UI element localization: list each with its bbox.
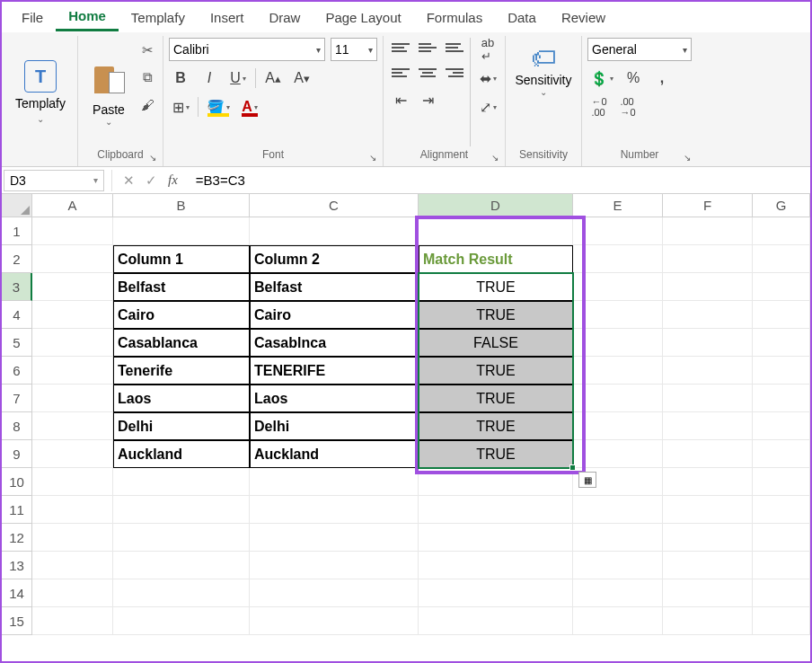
row-header-10[interactable]: 10 (2, 468, 32, 496)
cell-A15[interactable] (32, 607, 113, 635)
cell-C4[interactable]: Cairo (250, 301, 419, 329)
row-header-7[interactable]: 7 (2, 385, 32, 412)
underline-button[interactable]: U▾ (226, 66, 250, 90)
cell-C5[interactable]: Casablnca (250, 329, 419, 357)
cell-D12[interactable] (419, 524, 573, 552)
cell-G3[interactable] (753, 273, 810, 301)
cell-D6[interactable]: TRUE (419, 357, 573, 385)
cell-G12[interactable] (753, 524, 810, 552)
cell-F2[interactable] (663, 245, 753, 273)
cell-C15[interactable] (250, 607, 419, 635)
cell-E3[interactable] (573, 273, 663, 301)
cell-C6[interactable]: TENERIFE (250, 357, 419, 385)
cell-C10[interactable] (250, 468, 419, 496)
cell-D10[interactable] (419, 468, 573, 496)
cell-B1[interactable] (113, 217, 250, 245)
align-center-button[interactable] (416, 63, 439, 83)
cell-G10[interactable] (753, 468, 810, 496)
cell-E9[interactable] (573, 440, 663, 468)
tab-insert[interactable]: Insert (198, 4, 257, 31)
row-header-6[interactable]: 6 (2, 357, 32, 385)
format-painter-button[interactable]: 🖌 (137, 95, 157, 113)
cell-A10[interactable] (32, 468, 113, 496)
cell-F12[interactable] (663, 524, 753, 552)
cell-F6[interactable] (663, 357, 753, 385)
cell-D1[interactable] (419, 217, 573, 245)
cell-F4[interactable] (663, 301, 753, 329)
cell-F5[interactable] (663, 329, 753, 357)
cell-B7[interactable]: Laos (113, 385, 250, 412)
cell-G1[interactable] (753, 217, 810, 245)
alignment-launcher[interactable]: ↘ (489, 151, 501, 164)
cell-A5[interactable] (32, 329, 113, 357)
cell-C1[interactable] (250, 217, 419, 245)
cell-G11[interactable] (753, 496, 810, 524)
cell-E8[interactable] (573, 412, 663, 440)
cell-E15[interactable] (573, 607, 663, 635)
tab-page-layout[interactable]: Page Layout (313, 4, 413, 31)
tab-review[interactable]: Review (549, 4, 618, 31)
cell-D2[interactable]: Match Result (419, 245, 573, 273)
insert-function-icon[interactable]: fx (168, 172, 178, 188)
tab-data[interactable]: Data (495, 4, 549, 31)
cell-A6[interactable] (32, 357, 113, 385)
merge-button[interactable]: ⬌▾ (476, 66, 499, 90)
align-middle-button[interactable] (416, 38, 439, 57)
cell-B12[interactable] (113, 524, 250, 552)
cell-C11[interactable] (250, 496, 419, 524)
cell-E12[interactable] (573, 524, 663, 552)
font-size-combo[interactable]: 11▾ (331, 38, 377, 61)
cell-D7[interactable]: TRUE (419, 385, 573, 412)
row-header-9[interactable]: 9 (2, 440, 32, 468)
align-top-button[interactable] (389, 38, 412, 57)
cell-E1[interactable] (573, 217, 663, 245)
tab-home[interactable]: Home (56, 3, 119, 31)
percent-button[interactable]: % (622, 66, 645, 90)
cell-B6[interactable]: Tenerife (113, 357, 250, 385)
increase-decimal-button[interactable]: ←0.00 (587, 95, 611, 119)
cancel-formula-icon[interactable]: ✕ (123, 172, 135, 189)
number-launcher[interactable]: ↘ (681, 151, 693, 164)
name-box[interactable]: D3▾ (4, 170, 104, 191)
orientation-button[interactable]: ⤢▾ (476, 95, 499, 119)
formula-input[interactable] (189, 170, 810, 191)
cell-B9[interactable]: Auckland (113, 440, 250, 468)
row-header-15[interactable]: 15 (2, 607, 32, 635)
spreadsheet-grid[interactable]: ABCDEFG 12Column 1Column 2Match Result3B… (2, 194, 810, 635)
cell-E7[interactable] (573, 385, 663, 412)
tab-file[interactable]: File (9, 4, 56, 31)
row-header-3[interactable]: 3 (2, 273, 32, 301)
cell-B13[interactable] (113, 552, 250, 579)
cell-D9[interactable]: TRUE (419, 440, 573, 468)
decrease-font-button[interactable]: A▾ (290, 66, 313, 90)
cell-D13[interactable] (419, 552, 573, 579)
row-header-11[interactable]: 11 (2, 496, 32, 524)
cell-D4[interactable]: TRUE (419, 301, 573, 329)
cell-F11[interactable] (663, 496, 753, 524)
col-header-G[interactable]: G (753, 194, 810, 217)
cell-B11[interactable] (113, 496, 250, 524)
cell-F14[interactable] (663, 579, 753, 607)
col-header-D[interactable]: D (419, 194, 573, 217)
cell-E13[interactable] (573, 552, 663, 579)
cell-A4[interactable] (32, 301, 113, 329)
row-header-2[interactable]: 2 (2, 245, 32, 273)
cell-F15[interactable] (663, 607, 753, 635)
accounting-button[interactable]: 💲▾ (587, 66, 616, 90)
cell-E11[interactable] (573, 496, 663, 524)
cell-D14[interactable] (419, 579, 573, 607)
cell-D8[interactable]: TRUE (419, 412, 573, 440)
cell-D11[interactable] (419, 496, 573, 524)
align-bottom-button[interactable] (443, 38, 466, 57)
col-header-B[interactable]: B (113, 194, 250, 217)
cell-B14[interactable] (113, 579, 250, 607)
bold-button[interactable]: B (169, 66, 192, 90)
cell-G5[interactable] (753, 329, 810, 357)
cell-E6[interactable] (573, 357, 663, 385)
cell-E5[interactable] (573, 329, 663, 357)
italic-button[interactable]: I (198, 66, 221, 90)
cell-F3[interactable] (663, 273, 753, 301)
cell-F9[interactable] (663, 440, 753, 468)
row-header-1[interactable]: 1 (2, 217, 32, 245)
row-header-14[interactable]: 14 (2, 579, 32, 607)
